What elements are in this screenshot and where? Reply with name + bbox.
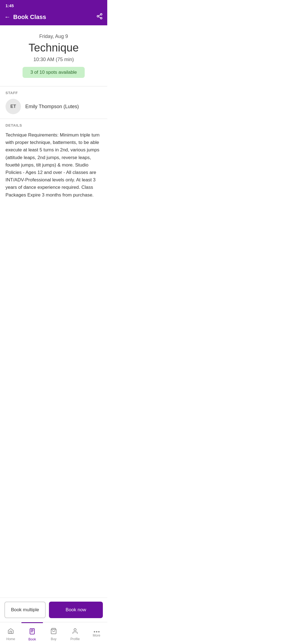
- spots-available-badge: 3 of 10 spots available: [23, 67, 84, 78]
- staff-section: STAFF ET Emily Thompson (Lutes): [0, 86, 107, 119]
- details-text: Technique Requirements: Minimum triple t…: [6, 131, 102, 199]
- details-section-label: DETAILS: [6, 123, 102, 127]
- scrollable-content: Friday, Aug 9 Technique 10:30 AM (75 min…: [0, 25, 107, 250]
- header-left: ← Book Class: [4, 13, 46, 21]
- svg-line-4: [99, 15, 101, 16]
- class-date: Friday, Aug 9: [6, 34, 102, 39]
- staff-name: Emily Thompson (Lutes): [25, 104, 79, 110]
- staff-row: ET Emily Thompson (Lutes): [6, 99, 102, 114]
- staff-section-label: STAFF: [6, 91, 102, 95]
- share-icon[interactable]: [96, 13, 103, 21]
- staff-initials: ET: [10, 104, 16, 109]
- class-time: 10:30 AM (75 min): [6, 57, 102, 62]
- status-bar: 1:45: [0, 0, 107, 10]
- svg-line-3: [99, 17, 101, 18]
- back-button[interactable]: ←: [4, 13, 10, 21]
- class-name: Technique: [6, 42, 102, 54]
- details-section: DETAILS Technique Requirements: Minimum …: [0, 119, 107, 203]
- header: ← Book Class: [0, 10, 107, 25]
- page-title: Book Class: [13, 13, 46, 21]
- class-info-section: Friday, Aug 9 Technique 10:30 AM (75 min…: [0, 25, 107, 86]
- staff-avatar: ET: [6, 99, 21, 114]
- status-time: 1:45: [6, 3, 14, 8]
